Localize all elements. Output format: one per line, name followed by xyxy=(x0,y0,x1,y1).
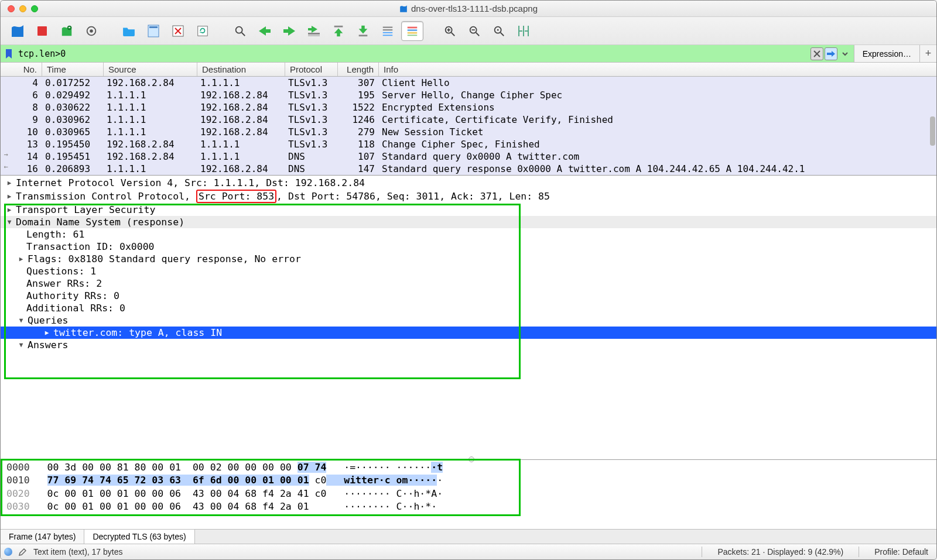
cell-info: Standard query 0x0000 A twitter.com xyxy=(378,150,936,163)
go-to-packet-button[interactable] xyxy=(303,21,325,41)
pane-resize-handle[interactable] xyxy=(468,456,474,462)
reload-file-button[interactable] xyxy=(191,21,214,41)
packet-row[interactable]: ←160.2068931.1.1.1192.168.2.84DNS147Stan… xyxy=(1,163,936,175)
packet-bytes-pane[interactable]: 0000 00 3d 00 00 81 80 00 01 00 02 00 00… xyxy=(1,460,936,529)
tree-dns-questions[interactable]: Questions: 1 xyxy=(1,265,936,277)
tree-dns-transaction-id[interactable]: Transaction ID: 0x0000 xyxy=(1,241,936,253)
svg-point-8 xyxy=(236,26,242,33)
close-file-button[interactable] xyxy=(167,21,189,41)
go-back-button[interactable] xyxy=(254,21,276,41)
tree-dns-authority-rrs[interactable]: Authority RRs: 0 xyxy=(1,290,936,302)
capture-options-button[interactable] xyxy=(80,21,102,41)
hex-row[interactable]: 0030 0c 00 01 00 01 00 00 06 43 00 04 68… xyxy=(6,500,936,513)
window-maximize-button[interactable] xyxy=(31,5,38,12)
tree-ip[interactable]: ▶Internet Protocol Version 4, Src: 1.1.1… xyxy=(1,177,936,189)
zoom-out-button[interactable] xyxy=(463,21,485,41)
packet-list-pane[interactable]: No. Time Source Destination Protocol Len… xyxy=(1,63,936,176)
svg-rect-11 xyxy=(308,35,320,36)
expert-info-button[interactable] xyxy=(4,548,12,556)
col-destination[interactable]: Destination xyxy=(197,63,285,76)
col-source[interactable]: Source xyxy=(103,63,197,76)
tree-dns-length[interactable]: Length: 61 xyxy=(1,228,936,241)
cell-len: 107 xyxy=(337,150,378,163)
zoom-in-button[interactable] xyxy=(439,21,461,41)
svg-rect-21 xyxy=(408,35,418,36)
go-to-last-button[interactable] xyxy=(352,21,374,41)
packet-list-scrollbar[interactable] xyxy=(930,78,935,174)
hex-row[interactable]: 0020 0c 00 01 00 01 00 00 06 43 00 04 68… xyxy=(6,487,936,500)
tree-dns-additional-rrs[interactable]: Additional RRs: 0 xyxy=(1,302,936,314)
hex-row[interactable]: 0000 00 3d 00 00 81 80 00 01 00 02 00 00… xyxy=(6,461,936,474)
stop-capture-button[interactable] xyxy=(31,21,53,41)
col-info[interactable]: Info xyxy=(378,63,936,76)
restart-capture-button[interactable] xyxy=(56,21,78,41)
cell-info: Server Hello, Change Cipher Spec xyxy=(378,89,936,101)
svg-rect-16 xyxy=(383,32,393,33)
resize-columns-button[interactable] xyxy=(512,21,535,41)
packet-row[interactable]: 80.0306221.1.1.1192.168.2.84TLSv1.31522E… xyxy=(1,101,936,114)
packet-row[interactable]: 130.195450192.168.2.841.1.1.1TLSv1.3118C… xyxy=(1,138,936,150)
svg-rect-18 xyxy=(408,26,418,28)
packet-row[interactable]: 100.0309651.1.1.1192.168.2.84TLSv1.3279N… xyxy=(1,126,936,138)
display-filter-bar: Expression… + xyxy=(1,45,936,63)
hex-row[interactable]: 0010 77 69 74 74 65 72 03 63 6f 6d 00 00… xyxy=(6,474,936,487)
window-minimize-button[interactable] xyxy=(19,5,26,12)
apply-filter-button[interactable] xyxy=(825,47,837,60)
col-no[interactable]: No. xyxy=(1,63,42,76)
auto-scroll-button[interactable] xyxy=(377,21,399,41)
tab-frame-bytes[interactable]: Frame (147 bytes) xyxy=(1,530,84,544)
svg-rect-34 xyxy=(528,26,529,36)
packet-row[interactable]: →140.195451192.168.2.841.1.1.1DNS107Stan… xyxy=(1,150,936,163)
display-filter-field[interactable] xyxy=(1,45,854,62)
save-file-icon xyxy=(148,25,159,37)
svg-rect-10 xyxy=(308,33,320,35)
tree-dns-answer-rrs[interactable]: Answer RRs: 2 xyxy=(1,277,936,290)
stop-icon xyxy=(36,25,48,37)
cell-no: 9 xyxy=(1,114,42,126)
search-icon xyxy=(234,25,247,37)
edit-icon[interactable] xyxy=(18,547,28,556)
col-protocol[interactable]: Protocol xyxy=(285,63,337,76)
packet-list-header[interactable]: No. Time Source Destination Protocol Len… xyxy=(1,63,936,77)
window-close-button[interactable] xyxy=(8,5,15,12)
svg-rect-12 xyxy=(334,25,343,27)
packet-row[interactable]: 90.0309621.1.1.1192.168.2.84TLSv1.31246C… xyxy=(1,114,936,126)
tree-tcp[interactable]: ▶Transmission Control Protocol, Src Port… xyxy=(1,189,936,204)
start-capture-button[interactable] xyxy=(6,21,29,41)
filter-history-button[interactable] xyxy=(839,47,851,60)
packet-row[interactable]: 40.017252192.168.2.841.1.1.1TLSv1.3307Cl… xyxy=(1,77,936,89)
cell-time: 0.017252 xyxy=(42,77,103,89)
bookmark-icon[interactable] xyxy=(5,49,13,59)
go-to-first-button[interactable] xyxy=(327,21,350,41)
tree-dns-query-item[interactable]: ▶twitter.com: type A, class IN xyxy=(1,327,936,339)
tree-dns-answers[interactable]: ▼Answers xyxy=(1,339,936,351)
cell-dst: 192.168.2.84 xyxy=(197,114,285,126)
cell-proto: TLSv1.3 xyxy=(285,89,337,101)
packet-row[interactable]: 60.0294921.1.1.1192.168.2.84TLSv1.3195Se… xyxy=(1,89,936,101)
tree-dns-flags[interactable]: ▶Flags: 0x8180 Standard query response, … xyxy=(1,253,936,265)
add-filter-button[interactable]: + xyxy=(920,45,936,62)
packet-details-pane[interactable]: ▶Internet Protocol Version 4, Src: 1.1.1… xyxy=(1,176,936,460)
tree-dns-queries[interactable]: ▼Queries xyxy=(1,314,936,327)
tab-decrypted-tls-bytes[interactable]: Decrypted TLS (63 bytes) xyxy=(84,530,194,544)
status-profile[interactable]: Profile: Default xyxy=(870,547,933,556)
main-toolbar xyxy=(1,17,936,45)
zoom-reset-button[interactable] xyxy=(488,21,510,41)
col-time[interactable]: Time xyxy=(42,63,103,76)
svg-rect-13 xyxy=(359,35,368,36)
expression-button[interactable]: Expression… xyxy=(854,45,920,62)
colorize-button[interactable] xyxy=(401,21,423,41)
svg-point-31 xyxy=(497,29,499,30)
save-file-button[interactable] xyxy=(142,21,165,41)
open-file-button[interactable] xyxy=(118,21,140,41)
display-filter-input[interactable] xyxy=(16,47,808,60)
find-packet-button[interactable] xyxy=(229,21,251,41)
cell-time: 0.030962 xyxy=(42,114,103,126)
cell-src: 1.1.1.1 xyxy=(103,163,197,175)
col-length[interactable]: Length xyxy=(337,63,378,76)
clear-filter-button[interactable] xyxy=(811,47,823,60)
tree-dns[interactable]: ▼Domain Name System (response) xyxy=(1,216,936,228)
go-forward-button[interactable] xyxy=(278,21,300,41)
cell-time: 0.195450 xyxy=(42,138,103,150)
tree-tls[interactable]: ▶Transport Layer Security xyxy=(1,204,936,216)
